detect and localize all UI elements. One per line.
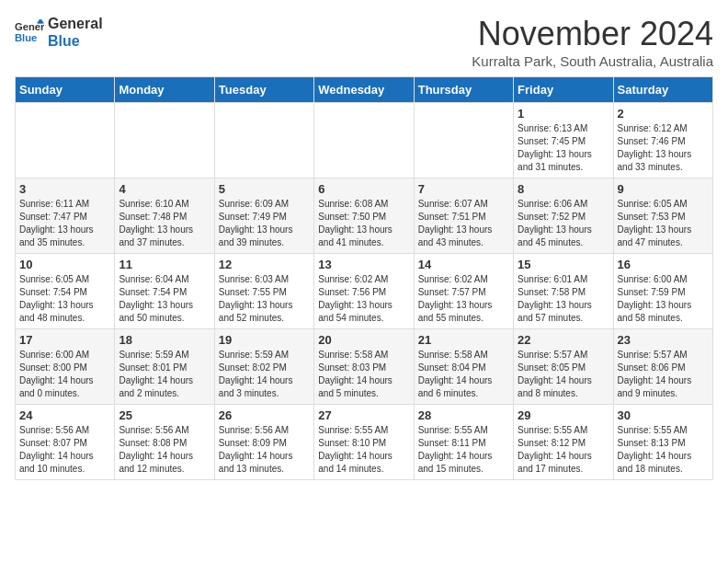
day-number: 16 [618,258,709,271]
day-info: Sunrise: 5:55 AMSunset: 8:11 PMDaylight:… [418,424,509,476]
calendar-week-row: 24Sunrise: 5:56 AMSunset: 8:07 PMDayligh… [16,405,713,480]
day-info: Sunrise: 5:56 AMSunset: 8:08 PMDaylight:… [119,424,210,476]
day-number: 12 [219,258,310,271]
day-info: Sunrise: 6:05 AMSunset: 7:53 PMDaylight:… [618,198,709,249]
location-title: Kurralta Park, South Australia, Australi… [472,53,713,69]
day-number: 5 [219,182,310,196]
calendar-cell: 6Sunrise: 6:08 AMSunset: 7:50 PMDaylight… [314,178,414,254]
calendar-table: SundayMondayTuesdayWednesdayThursdayFrid… [15,76,713,480]
calendar-week-row: 10Sunrise: 6:05 AMSunset: 7:54 PMDayligh… [16,254,713,329]
day-number: 10 [19,258,110,271]
day-info: Sunrise: 5:55 AMSunset: 8:13 PMDaylight:… [618,424,709,476]
day-number: 20 [318,333,409,347]
day-info: Sunrise: 5:56 AMSunset: 8:07 PMDaylight:… [19,424,110,476]
day-info: Sunrise: 6:00 AMSunset: 7:59 PMDaylight:… [618,273,709,325]
calendar-cell: 28Sunrise: 5:55 AMSunset: 8:11 PMDayligh… [414,405,513,480]
calendar-cell: 3Sunrise: 6:11 AMSunset: 7:47 PMDaylight… [16,178,115,254]
calendar-header-row: SundayMondayTuesdayWednesdayThursdayFrid… [16,77,713,103]
calendar-cell: 21Sunrise: 5:58 AMSunset: 8:04 PMDayligh… [414,329,513,405]
calendar-cell: 11Sunrise: 6:04 AMSunset: 7:54 PMDayligh… [115,254,214,329]
day-number: 6 [318,182,409,196]
calendar-cell: 1Sunrise: 6:13 AMSunset: 7:45 PMDaylight… [514,103,613,178]
calendar-cell: 29Sunrise: 5:55 AMSunset: 8:12 PMDayligh… [514,405,613,480]
calendar-week-row: 1Sunrise: 6:13 AMSunset: 7:45 PMDaylight… [16,103,713,178]
day-number: 24 [19,408,110,422]
calendar-cell [115,103,214,178]
weekday-header-thursday: Thursday [414,77,513,103]
day-info: Sunrise: 6:08 AMSunset: 7:50 PMDaylight:… [318,198,409,249]
logo-blue: Blue [48,32,103,50]
month-title: November 2024 [472,15,713,53]
calendar-cell: 2Sunrise: 6:12 AMSunset: 7:46 PMDaylight… [613,103,712,178]
logo-icon: General Blue [15,17,44,47]
weekday-header-sunday: Sunday [16,77,115,103]
day-number: 7 [418,182,509,196]
calendar-cell: 26Sunrise: 5:56 AMSunset: 8:09 PMDayligh… [214,405,313,480]
day-info: Sunrise: 5:55 AMSunset: 8:10 PMDaylight:… [318,424,409,476]
calendar-cell [414,103,513,178]
day-number: 3 [19,182,110,196]
day-number: 19 [219,333,310,347]
calendar-cell: 22Sunrise: 5:57 AMSunset: 8:05 PMDayligh… [514,329,613,405]
day-number: 25 [119,408,210,422]
day-number: 4 [119,182,210,196]
calendar-cell: 18Sunrise: 5:59 AMSunset: 8:01 PMDayligh… [115,329,214,405]
day-number: 13 [318,258,409,271]
day-number: 30 [618,408,709,422]
day-number: 1 [518,107,609,121]
calendar-cell: 12Sunrise: 6:03 AMSunset: 7:55 PMDayligh… [214,254,313,329]
day-info: Sunrise: 6:10 AMSunset: 7:48 PMDaylight:… [119,198,210,249]
svg-text:Blue: Blue [15,33,37,44]
day-number: 26 [219,408,310,422]
calendar-cell [16,103,115,178]
day-info: Sunrise: 5:58 AMSunset: 8:03 PMDaylight:… [318,349,409,400]
day-info: Sunrise: 6:05 AMSunset: 7:54 PMDaylight:… [19,273,110,325]
calendar-cell: 7Sunrise: 6:07 AMSunset: 7:51 PMDaylight… [414,178,513,254]
weekday-header-saturday: Saturday [613,77,712,103]
day-number: 11 [119,258,210,271]
day-info: Sunrise: 6:03 AMSunset: 7:55 PMDaylight:… [219,273,310,325]
calendar-cell: 9Sunrise: 6:05 AMSunset: 7:53 PMDaylight… [613,178,712,254]
day-info: Sunrise: 6:11 AMSunset: 7:47 PMDaylight:… [19,198,110,249]
day-number: 14 [418,258,509,271]
calendar-cell: 16Sunrise: 6:00 AMSunset: 7:59 PMDayligh… [613,254,712,329]
weekday-header-wednesday: Wednesday [314,77,414,103]
day-number: 8 [518,182,609,196]
day-number: 27 [318,408,409,422]
day-info: Sunrise: 5:57 AMSunset: 8:05 PMDaylight:… [518,349,609,400]
calendar-cell: 14Sunrise: 6:02 AMSunset: 7:57 PMDayligh… [414,254,513,329]
calendar-cell: 4Sunrise: 6:10 AMSunset: 7:48 PMDaylight… [115,178,214,254]
day-info: Sunrise: 6:00 AMSunset: 8:00 PMDaylight:… [19,349,110,400]
calendar-week-row: 3Sunrise: 6:11 AMSunset: 7:47 PMDaylight… [16,178,713,254]
calendar-week-row: 17Sunrise: 6:00 AMSunset: 8:00 PMDayligh… [16,329,713,405]
day-info: Sunrise: 5:56 AMSunset: 8:09 PMDaylight:… [219,424,310,476]
day-number: 18 [119,333,210,347]
calendar-cell: 19Sunrise: 5:59 AMSunset: 8:02 PMDayligh… [214,329,313,405]
calendar-cell: 17Sunrise: 6:00 AMSunset: 8:00 PMDayligh… [16,329,115,405]
logo: General Blue General Blue [15,15,103,50]
calendar-cell: 23Sunrise: 5:57 AMSunset: 8:06 PMDayligh… [613,329,712,405]
day-number: 21 [418,333,509,347]
day-number: 17 [19,333,110,347]
calendar-cell: 10Sunrise: 6:05 AMSunset: 7:54 PMDayligh… [16,254,115,329]
day-number: 22 [518,333,609,347]
calendar-cell: 24Sunrise: 5:56 AMSunset: 8:07 PMDayligh… [16,405,115,480]
day-info: Sunrise: 6:13 AMSunset: 7:45 PMDaylight:… [518,122,609,174]
title-block: November 2024 Kurralta Park, South Austr… [472,15,713,69]
logo-general: General [48,15,103,32]
day-info: Sunrise: 6:01 AMSunset: 7:58 PMDaylight:… [518,273,609,325]
day-info: Sunrise: 6:12 AMSunset: 7:46 PMDaylight:… [618,122,709,174]
calendar-cell [314,103,414,178]
day-number: 9 [618,182,709,196]
day-number: 23 [618,333,709,347]
day-info: Sunrise: 6:07 AMSunset: 7:51 PMDaylight:… [418,198,509,249]
calendar-cell: 27Sunrise: 5:55 AMSunset: 8:10 PMDayligh… [314,405,414,480]
calendar-cell: 25Sunrise: 5:56 AMSunset: 8:08 PMDayligh… [115,405,214,480]
calendar-cell: 30Sunrise: 5:55 AMSunset: 8:13 PMDayligh… [613,405,712,480]
weekday-header-monday: Monday [115,77,214,103]
calendar-cell [214,103,313,178]
calendar-cell: 8Sunrise: 6:06 AMSunset: 7:52 PMDaylight… [514,178,613,254]
day-info: Sunrise: 6:02 AMSunset: 7:57 PMDaylight:… [418,273,509,325]
day-number: 29 [518,408,609,422]
day-info: Sunrise: 5:57 AMSunset: 8:06 PMDaylight:… [618,349,709,400]
